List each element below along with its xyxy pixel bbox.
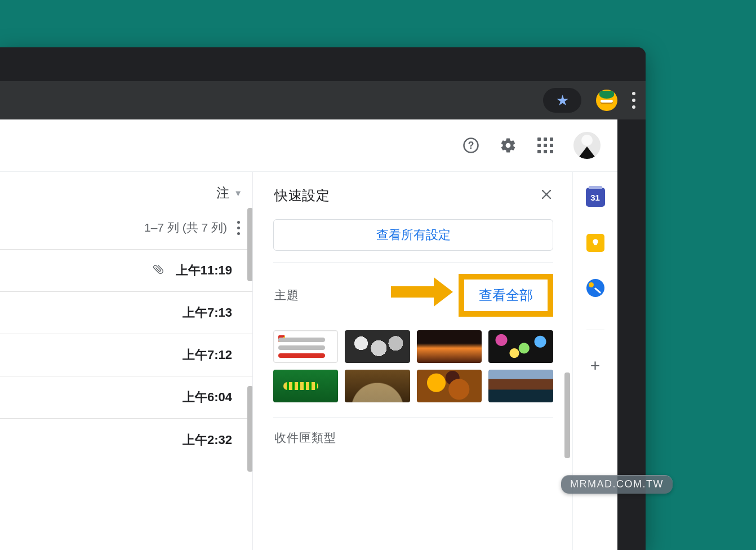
theme-thumb-caterpillar[interactable] [273,370,338,402]
help-icon: ? [463,137,479,154]
mail-list-column: 注 ▼ 1–7 列 (共 7 列) 上午1 [0,172,252,550]
theme-view-all-button[interactable]: 查看全部 [459,274,553,317]
category-dropdown[interactable]: 注 ▼ [216,184,242,202]
browser-toolbar: ★ [0,81,646,119]
more-options-button[interactable] [237,221,240,235]
watermark: MRMAD.COM.TW [561,475,673,494]
calendar-day: 31 [590,193,600,202]
keep-app-button[interactable] [586,234,604,252]
mail-time: 上午7:12 [183,347,232,363]
theme-thumb-bokeh[interactable] [488,330,553,363]
theme-thumb-default[interactable] [273,330,338,363]
add-app-button[interactable]: + [590,357,601,374]
pagination-count: 1–7 列 (共 7 列) [144,220,227,236]
mail-time: 上午6:04 [183,389,232,406]
inbox-type-section-title: 收件匣類型 [274,430,553,446]
tasks-app-button[interactable] [586,279,604,297]
category-label: 注 [216,184,229,202]
apps-launcher-icon [537,138,553,153]
browser-tab-strip [0,47,646,81]
svg-text:?: ? [468,140,474,151]
star-icon: ★ [556,92,569,109]
quick-settings-panel: 快速設定 查看所有設定 主題 查看全部 [252,172,572,550]
calendar-app-button[interactable]: 31 [586,188,605,207]
mail-row[interactable]: 上午6:04 [0,376,252,419]
settings-button[interactable] [499,136,517,154]
gear-icon [500,137,517,154]
mail-row[interactable]: 上午11:19 [0,250,252,292]
scrollbar-thumb[interactable] [564,372,570,458]
bookmark-button[interactable]: ★ [543,88,581,113]
panel-title: 快速設定 [274,187,330,205]
close-button[interactable] [540,188,553,203]
account-avatar[interactable] [573,132,601,159]
browser-window: ★ ? [0,47,646,550]
theme-view-all-label: 查看全部 [479,286,533,304]
browser-menu-button[interactable] [632,92,635,109]
theme-thumb-canyon[interactable] [417,330,482,363]
gmail-body: 注 ▼ 1–7 列 (共 7 列) 上午1 [0,172,617,550]
divider [586,330,604,330]
bulb-icon [591,238,600,247]
mail-time: 上午2:32 [183,432,232,449]
see-all-settings-button[interactable]: 查看所有設定 [273,219,553,251]
mail-list: 上午11:19 上午7:13 上午7:12 上午6:04 上午2:32 [0,249,252,461]
theme-section-title: 主題 [274,287,299,303]
gmail-header: ? [0,119,617,171]
theme-thumb-tubes[interactable] [345,330,410,363]
see-all-settings-label: 查看所有設定 [376,227,451,243]
close-icon [540,188,553,201]
divider [273,262,553,263]
apps-launcher-button[interactable] [536,136,554,154]
gmail-page: ? 注 ▼ [0,119,617,550]
mail-time: 上午7:13 [183,304,232,321]
extension-avatar[interactable] [596,90,617,111]
theme-thumb-canyon-river[interactable] [488,370,553,402]
mail-row[interactable]: 上午2:32 [0,419,252,461]
theme-thumbnails [273,330,553,402]
divider [273,417,553,418]
mail-row[interactable]: 上午7:13 [0,292,252,334]
chevron-down-icon: ▼ [234,188,242,198]
theme-thumb-leaves[interactable] [417,370,482,402]
mail-time: 上午11:19 [176,262,232,279]
mail-row[interactable]: 上午7:12 [0,334,252,376]
help-button[interactable]: ? [462,136,480,154]
attachment-icon [149,260,169,280]
annotation-arrow [391,277,453,307]
theme-thumb-chess[interactable] [345,370,410,402]
